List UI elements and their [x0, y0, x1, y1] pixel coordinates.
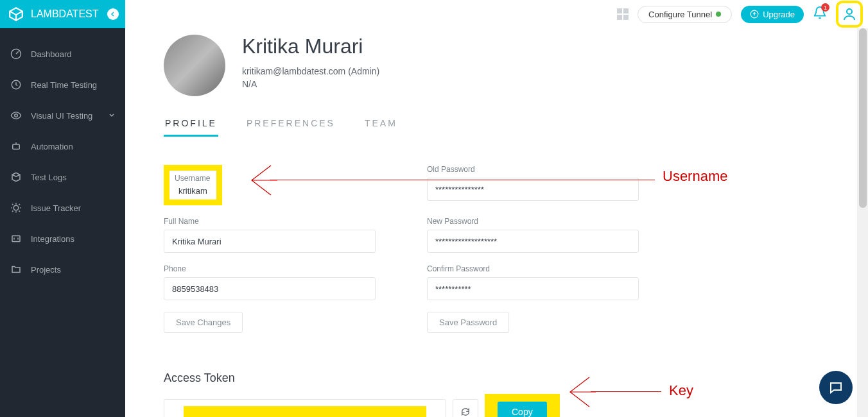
confpw-field[interactable]: [427, 277, 639, 300]
username-highlight: Username kritikam: [164, 165, 222, 205]
sidebar-item-label: Real Time Testing: [31, 80, 97, 90]
username-label: Username: [175, 174, 210, 183]
sidebar-item-visualui[interactable]: Visual UI Testing: [0, 100, 125, 131]
profile-name: Kritika Murari: [242, 35, 379, 58]
svg-rect-4: [13, 144, 20, 149]
refresh-icon: [460, 407, 471, 417]
logo-icon: [8, 6, 24, 22]
upgrade-icon: [750, 10, 759, 19]
sidebar-item-label: Dashboard: [31, 49, 72, 59]
token-refresh-button[interactable]: [453, 399, 478, 417]
tab-team[interactable]: TEAM: [363, 112, 399, 137]
svg-point-3: [15, 114, 18, 117]
apps-grid-icon[interactable]: [617, 8, 629, 20]
sidebar: Dashboard Real Time Testing Visual UI Te…: [0, 28, 125, 417]
profile-na: N/A: [242, 79, 379, 89]
box-icon: [10, 171, 22, 183]
svg-point-1: [847, 9, 852, 14]
svg-point-5: [13, 205, 19, 210]
tab-profile[interactable]: PROFILE: [164, 112, 218, 137]
configure-tunnel-button[interactable]: Configure Tunnel: [638, 6, 732, 23]
profile-avatar: [164, 35, 225, 96]
clock-icon: [10, 79, 22, 90]
svg-rect-6: [12, 236, 20, 242]
sidebar-item-automation[interactable]: Automation: [0, 131, 125, 162]
notification-badge: 1: [821, 3, 829, 12]
newpw-label: New Password: [427, 217, 639, 226]
copy-highlight: Copy: [485, 394, 560, 417]
username-field[interactable]: kritikam: [175, 183, 211, 198]
sidebar-item-projects[interactable]: Projects: [0, 254, 125, 285]
upgrade-label: Upgrade: [763, 10, 795, 19]
sidebar-item-testlogs[interactable]: Test Logs: [0, 162, 125, 192]
save-password-button[interactable]: Save Password: [427, 312, 509, 333]
confpw-label: Confirm Password: [427, 264, 639, 273]
sidebar-collapse-button[interactable]: [107, 8, 119, 20]
logo-area: LAMBDATEST: [0, 0, 125, 28]
chevron-down-icon: [108, 112, 115, 119]
sidebar-item-realtime[interactable]: Real Time Testing: [0, 69, 125, 100]
sidebar-item-integrations[interactable]: Integrations: [0, 223, 125, 254]
sidebar-item-label: Issue Tracker: [31, 203, 81, 213]
fullname-field[interactable]: [164, 230, 376, 253]
chevron-left-icon: [110, 12, 116, 17]
dashboard-icon: [10, 48, 22, 60]
sidebar-item-dashboard[interactable]: Dashboard: [0, 38, 125, 69]
sidebar-item-issuetracker[interactable]: Issue Tracker: [0, 192, 125, 223]
integrations-icon: [10, 233, 22, 244]
notifications-button[interactable]: 1: [813, 6, 827, 22]
tab-preferences[interactable]: PREFERENCES: [245, 112, 336, 137]
bug-icon: [10, 202, 22, 214]
newpw-field[interactable]: [427, 230, 639, 253]
chat-icon: [828, 380, 844, 395]
tunnel-label: Configure Tunnel: [648, 10, 712, 19]
brand-text: LAMBDATEST: [31, 8, 99, 20]
robot-icon: [10, 140, 22, 152]
phone-label: Phone: [164, 264, 376, 273]
oldpw-label: Old Password: [427, 165, 639, 174]
sidebar-item-label: Projects: [31, 265, 61, 275]
access-token-title: Access Token: [164, 371, 829, 385]
phone-field[interactable]: [164, 277, 376, 300]
save-changes-button[interactable]: Save Changes: [164, 312, 243, 333]
copy-button[interactable]: Copy: [498, 402, 547, 417]
fullname-label: Full Name: [164, 217, 376, 226]
token-mask: [184, 406, 426, 417]
chat-fab[interactable]: [819, 371, 853, 404]
folder-icon: [10, 264, 22, 275]
token-field[interactable]: [164, 399, 446, 417]
eye-icon: [10, 110, 22, 121]
user-icon: [842, 6, 857, 22]
sidebar-item-label: Integrations: [31, 234, 74, 244]
profile-email: kritikam@lambdatest.com (Admin): [242, 66, 379, 76]
sidebar-item-label: Automation: [31, 142, 73, 151]
sidebar-item-label: Test Logs: [31, 173, 67, 182]
tunnel-status-dot: [716, 12, 721, 17]
account-avatar-button[interactable]: [836, 1, 863, 28]
upgrade-button[interactable]: Upgrade: [741, 6, 804, 23]
oldpw-field[interactable]: [427, 178, 639, 201]
sidebar-item-label: Visual UI Testing: [31, 111, 92, 121]
